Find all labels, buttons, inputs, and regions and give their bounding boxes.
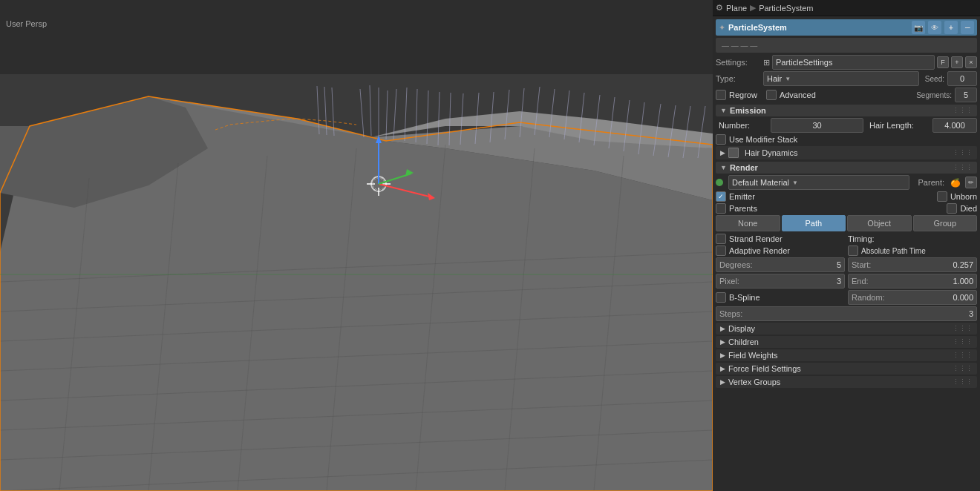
material-dropdown[interactable]: Default Material bbox=[728, 175, 909, 190]
display-section-header[interactable]: ▶ Display ⋮⋮⋮ bbox=[716, 323, 977, 335]
end-label-field[interactable]: End: 1.000 bbox=[848, 274, 977, 289]
hair-length-value[interactable]: 4.000 bbox=[932, 118, 977, 133]
svg-rect-1 bbox=[0, 0, 713, 74]
emission-dots: ⋮⋮⋮ bbox=[953, 107, 973, 114]
modifier-stack-checkbox[interactable] bbox=[716, 134, 726, 145]
segments-label: Segments: bbox=[916, 91, 952, 99]
advanced-label: Advanced bbox=[780, 90, 913, 99]
start-label: Start: bbox=[852, 260, 871, 269]
bspline-random-row: B-Spline Random: 0.000 bbox=[716, 290, 977, 305]
svg-text:User Persp: User Persp bbox=[6, 19, 47, 28]
strand-timing-row: Strand Render Timing: bbox=[716, 234, 977, 244]
settings-grid-icon: ⊞ bbox=[763, 58, 770, 67]
modifier-stack-label: Use Modifier Stack bbox=[729, 135, 797, 144]
tab-group[interactable]: Group bbox=[913, 215, 978, 231]
material-parent-row: Default Material Parent: 🍊 ✏ bbox=[716, 175, 977, 190]
parents-checkbox[interactable] bbox=[716, 203, 726, 214]
random-label: Random: bbox=[852, 293, 885, 302]
children-title: Children bbox=[728, 337, 759, 346]
pixel-label: Pixel: bbox=[719, 277, 739, 286]
ps-prefix-icon: ✦ bbox=[719, 23, 725, 33]
force-field-settings-title: Force Field Settings bbox=[728, 364, 801, 373]
children-section-header[interactable]: ▶ Children ⋮⋮⋮ bbox=[716, 336, 977, 348]
tab-path[interactable]: Path bbox=[782, 215, 846, 231]
ps-dots-row: — — — — bbox=[716, 38, 977, 53]
hair-dynamics-section-header[interactable]: ▶ Hair Dynamics ⋮⋮⋮ bbox=[716, 146, 977, 159]
regrow-checkbox[interactable] bbox=[716, 90, 726, 100]
number-value[interactable]: 30 bbox=[771, 118, 863, 133]
died-label: Died bbox=[960, 204, 977, 213]
degrees-field: Degrees: 5 bbox=[716, 257, 845, 272]
hair-dynamics-cube-icon bbox=[728, 148, 739, 158]
type-row: Type: Hair Seed: 0 bbox=[716, 71, 977, 86]
settings-name-field[interactable]: ParticleSettings bbox=[772, 55, 935, 70]
advanced-checkbox[interactable] bbox=[766, 90, 777, 100]
strand-render-row: Strand Render bbox=[716, 234, 845, 244]
settings-f-btn[interactable]: F bbox=[937, 56, 949, 68]
particle-system-header: ✦ ParticleSystem 📷 👁 + − bbox=[716, 19, 977, 36]
steps-label-field[interactable]: Steps: 3 bbox=[716, 306, 977, 321]
number-row: Number: 30 Hair Length: 4.000 bbox=[716, 118, 977, 133]
strand-render-checkbox[interactable] bbox=[716, 234, 726, 244]
abs-path-time-label: Absolute Path Time bbox=[861, 247, 926, 255]
field-weights-dots: ⋮⋮⋮ bbox=[953, 352, 973, 359]
degrees-label-field[interactable]: Degrees: 5 bbox=[716, 257, 845, 272]
unborn-label: Unborn bbox=[950, 192, 977, 201]
vertex-groups-section-header[interactable]: ▶ Vertex Groups ⋮⋮⋮ bbox=[716, 376, 977, 388]
emission-title: Emission bbox=[730, 106, 766, 115]
render-arrow: ▼ bbox=[720, 164, 727, 171]
bspline-row: B-Spline bbox=[716, 290, 845, 305]
modifier-stack-row: Use Modifier Stack bbox=[716, 134, 977, 145]
render-title: Render bbox=[730, 163, 758, 172]
degrees-start-row: Degrees: 5 Start: 0.257 bbox=[716, 257, 977, 272]
force-field-settings-section-header[interactable]: ▶ Force Field Settings ⋮⋮⋮ bbox=[716, 363, 977, 375]
pixel-label-field[interactable]: Pixel: 3 bbox=[716, 274, 845, 289]
parents-died-row: Parents Died bbox=[716, 203, 977, 214]
emission-section-header[interactable]: ▼ Emission ⋮⋮⋮ bbox=[716, 105, 977, 116]
vertex-groups-dots: ⋮⋮⋮ bbox=[953, 378, 973, 386]
ps-render-icon[interactable]: 📷 bbox=[912, 21, 925, 34]
force-field-settings-dots: ⋮⋮⋮ bbox=[953, 365, 973, 372]
settings-row: Settings: ⊞ ParticleSettings F + × bbox=[716, 55, 977, 70]
segments-value[interactable]: 5 bbox=[955, 88, 977, 102]
random-value: 0.000 bbox=[953, 293, 973, 302]
died-checkbox[interactable] bbox=[947, 203, 957, 214]
field-weights-section-header[interactable]: ▶ Field Weights ⋮⋮⋮ bbox=[716, 349, 977, 361]
ps-minus-icon[interactable]: − bbox=[961, 21, 974, 34]
render-section-header[interactable]: ▼ Render ⋮⋮⋮ bbox=[716, 162, 977, 174]
hair-length-label: Hair Length: bbox=[866, 118, 930, 133]
parent-icon: 🍊 bbox=[950, 178, 961, 188]
unborn-checkbox[interactable] bbox=[937, 191, 947, 202]
bspline-label: B-Spline bbox=[729, 293, 760, 302]
start-label-field[interactable]: Start: 0.257 bbox=[848, 257, 977, 272]
parent-edit-btn[interactable]: ✏ bbox=[965, 177, 977, 188]
ps-eye-icon[interactable]: 👁 bbox=[928, 21, 941, 34]
material-dot-icon bbox=[716, 179, 723, 186]
tab-object[interactable]: Object bbox=[847, 215, 912, 231]
3d-viewport[interactable]: User Persp bbox=[0, 0, 713, 491]
abs-path-time-checkbox[interactable] bbox=[848, 246, 858, 256]
settings-close-btn[interactable]: × bbox=[965, 56, 977, 68]
type-dropdown[interactable]: Hair bbox=[763, 71, 919, 86]
end-label: End: bbox=[852, 277, 869, 286]
adaptive-render-row: Adaptive Render bbox=[716, 246, 845, 256]
seed-value[interactable]: 0 bbox=[947, 71, 977, 86]
ps-name: ParticleSystem bbox=[728, 23, 909, 32]
adaptive-abs-row: Adaptive Render Absolute Path Time bbox=[716, 246, 977, 256]
random-field: Random: 0.000 bbox=[848, 290, 977, 305]
settings-plus-btn[interactable]: + bbox=[951, 56, 963, 68]
steps-label: Steps: bbox=[719, 309, 742, 318]
pixel-field: Pixel: 3 bbox=[716, 274, 845, 289]
properties-header: ⚙ Plane ▶ ParticleSystem bbox=[713, 0, 980, 16]
random-label-field[interactable]: Random: 0.000 bbox=[848, 290, 977, 305]
panel-content[interactable]: ✦ ParticleSystem 📷 👁 + − — — — — Setting… bbox=[713, 16, 980, 491]
vertex-groups-title: Vertex Groups bbox=[728, 378, 780, 386]
number-label: Number: bbox=[716, 118, 768, 133]
pixel-value: 3 bbox=[837, 277, 841, 286]
adaptive-render-checkbox[interactable] bbox=[716, 246, 726, 256]
emitter-checkbox[interactable] bbox=[716, 191, 726, 202]
ps-plus-icon[interactable]: + bbox=[944, 21, 958, 34]
tab-none[interactable]: None bbox=[716, 215, 780, 231]
hair-dynamics-dots: ⋮⋮⋮ bbox=[953, 149, 973, 156]
bspline-checkbox[interactable] bbox=[716, 292, 726, 303]
